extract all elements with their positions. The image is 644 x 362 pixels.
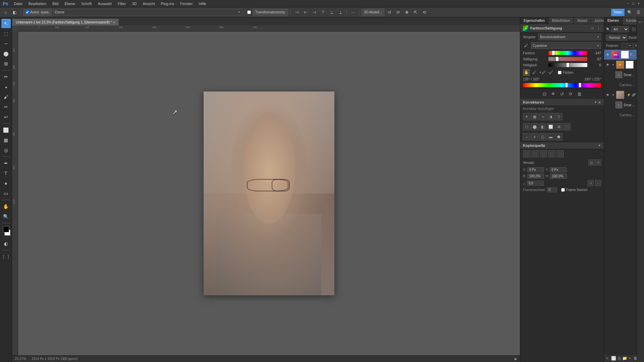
layer-item-fotofilter[interactable]: 👁 ▼ F Fotofilter 1 ⚡ 🔗: [604, 60, 637, 70]
eye-cameraraw1[interactable]: [613, 82, 618, 87]
kanal-select[interactable]: Cyantöne: [531, 42, 601, 49]
add-sample-btn[interactable]: +🖊: [539, 69, 546, 76]
menu-datei[interactable]: Datei: [11, 1, 25, 6]
expand-fotofilter[interactable]: ▼: [611, 63, 615, 66]
korr-invert[interactable]: ⬦: [523, 133, 530, 140]
tool-object-select[interactable]: ⬤: [1, 49, 11, 58]
korr-levels[interactable]: ▦: [531, 113, 538, 120]
framewechsel-value[interactable]: 0: [547, 187, 557, 192]
layer-item-cameraraw1[interactable]: Camera Raw-Filter: [604, 80, 637, 90]
align-right-button[interactable]: ⊣: [311, 9, 318, 16]
eye-farb-satt[interactable]: 👁: [605, 52, 610, 57]
layer-item-ebene1[interactable]: 👁 ▼ Ebene 1 ⚡ 🔗: [604, 90, 637, 100]
korrekturen-extra-btn[interactable]: ▣: [598, 101, 601, 104]
korr-bw[interactable]: ◧: [539, 123, 546, 130]
mini-panel-expand[interactable]: «»: [638, 19, 644, 25]
menu-hilfe[interactable]: Hilfe: [196, 1, 209, 6]
farbton-slider[interactable]: [548, 51, 587, 55]
align-bottom-button[interactable]: ⊥: [337, 9, 344, 16]
spectrum-marker-2[interactable]: [579, 83, 581, 87]
panel-expand-icon[interactable]: ⟩: [596, 25, 601, 31]
tool-quick-mask[interactable]: ◐: [1, 239, 11, 248]
korr-vibrance[interactable]: ▽: [555, 113, 562, 120]
color-spectrum[interactable]: [523, 83, 601, 87]
layer-item-cameraraw2[interactable]: Camera Raw-Filter: [604, 110, 637, 120]
x-value[interactable]: 0 Px: [527, 167, 544, 172]
remove-sample-btn[interactable]: -🖊: [547, 69, 554, 76]
view-btn[interactable]: 👁: [550, 90, 557, 98]
korr-colorbalance[interactable]: ⬤: [531, 123, 538, 130]
layer-item-smartfilter2[interactable]: S Smartfilter: [604, 100, 637, 110]
foreground-color[interactable]: [3, 226, 9, 232]
transform-checkbox[interactable]: [247, 10, 251, 14]
undo-btn[interactable]: ↺: [558, 90, 566, 98]
more-options-button[interactable]: ···: [349, 9, 357, 16]
frame-fixieren-checkbox[interactable]: [561, 188, 565, 192]
korr-channelmixer[interactable]: ⊞: [555, 123, 562, 130]
tool-history-brush[interactable]: ↩: [1, 112, 11, 122]
tool-zoom[interactable]: 🔍: [1, 212, 11, 221]
zoom3d-button[interactable]: ⇱: [412, 9, 419, 16]
korrekturen-header[interactable]: Korrekturen ▼ ▣: [520, 99, 604, 106]
delete-btn[interactable]: 🗑: [576, 90, 583, 98]
h-value[interactable]: 100,0%: [550, 174, 567, 179]
menu-bild[interactable]: Bild: [50, 1, 61, 6]
expand-ebene1[interactable]: ▼: [611, 93, 615, 97]
layers-tab-ebenen[interactable]: Ebenen: [604, 17, 623, 25]
kopier-icon-3[interactable]: ⬚: [540, 150, 547, 158]
extra-tools-button[interactable]: ⋮⋮: [1, 252, 11, 261]
transformation-button[interactable]: Transformationsstrp.: [253, 9, 288, 16]
korrekturen-collapse-icon[interactable]: ▼: [594, 101, 597, 104]
korr-threshold[interactable]: ◫: [539, 133, 546, 140]
align-top-button[interactable]: ⊤: [319, 9, 327, 16]
settings-button[interactable]: ☰: [635, 9, 642, 16]
align-left-button[interactable]: ⊣: [293, 9, 301, 16]
3d-model-button[interactable]: 3D-Modell...: [362, 9, 384, 16]
kopier-icon-2[interactable]: ⬚: [531, 150, 539, 158]
layer-item-farb-satt[interactable]: 👁 H/S Farbton/Sättigung 1: [604, 50, 637, 60]
farbton-thumb[interactable]: [552, 51, 555, 55]
panel-reset-icon[interactable]: ↺: [590, 25, 595, 31]
farben-checkbox[interactable]: [558, 71, 561, 74]
tool-brush[interactable]: 🖌: [1, 92, 11, 102]
menu-auswahl[interactable]: Auswahl: [95, 1, 114, 6]
tab-zeichen[interactable]: Zeichen: [591, 17, 604, 24]
auto-select-checkbox[interactable]: [25, 10, 29, 14]
saettigung-slider[interactable]: [548, 57, 587, 61]
menu-fenster[interactable]: Fenster: [177, 1, 195, 6]
b-value[interactable]: 100,0%: [527, 174, 544, 179]
tool-pen[interactable]: ✒: [1, 159, 11, 168]
korr-posterize[interactable]: ≡: [531, 133, 538, 140]
kopier-icon-5[interactable]: ⬚: [556, 150, 564, 158]
winkel-reset-icon[interactable]: ↺: [588, 180, 594, 186]
tool-select-button[interactable]: ◧: [11, 9, 18, 16]
eye-cameraraw2[interactable]: [613, 113, 618, 117]
menu-bearbeiten[interactable]: Bearbeiten: [26, 1, 49, 6]
menu-3d[interactable]: 3D: [129, 1, 139, 6]
lock-transparent-btn[interactable]: ⬚: [622, 43, 627, 48]
pan3d-button[interactable]: ✥: [403, 9, 411, 16]
korr-selective-color[interactable]: ⬟: [555, 133, 562, 140]
share-button[interactable]: Teilen: [611, 9, 625, 16]
tool-type[interactable]: T: [1, 169, 11, 178]
align-middle-button[interactable]: ⊥: [328, 9, 335, 16]
layer-item-smartfilter1[interactable]: S Smartfilter: [604, 70, 637, 80]
korr-colorlookup[interactable]: ⬛: [563, 123, 571, 130]
home-button[interactable]: ⌂: [2, 9, 9, 16]
eye-smartfilter2[interactable]: [609, 103, 614, 107]
helligkeit-thumb[interactable]: [566, 63, 570, 67]
kanal-icon[interactable]: 🖊: [523, 43, 529, 49]
ebene-select[interactable]: Ebene: [53, 9, 242, 16]
helligkeit-slider[interactable]: [548, 63, 587, 67]
winkel-flip-icon[interactable]: ↔: [595, 180, 601, 186]
korr-hsl[interactable]: ⬡: [523, 123, 530, 130]
tool-hand[interactable]: ✋: [1, 202, 11, 211]
tool-lasso[interactable]: ∽: [1, 39, 11, 48]
versatz-chain-icon[interactable]: ⛓: [588, 160, 594, 166]
tool-spot-heal[interactable]: ⬧: [1, 82, 11, 92]
lock-paint-btn[interactable]: ✏: [628, 43, 633, 48]
auto-select-button[interactable]: Auton. ausw.: [23, 9, 52, 16]
winkel-value[interactable]: 0,0: [527, 181, 544, 186]
clip-to-layer-btn[interactable]: ⊡: [541, 90, 548, 98]
search-button[interactable]: 🔍: [626, 9, 633, 16]
